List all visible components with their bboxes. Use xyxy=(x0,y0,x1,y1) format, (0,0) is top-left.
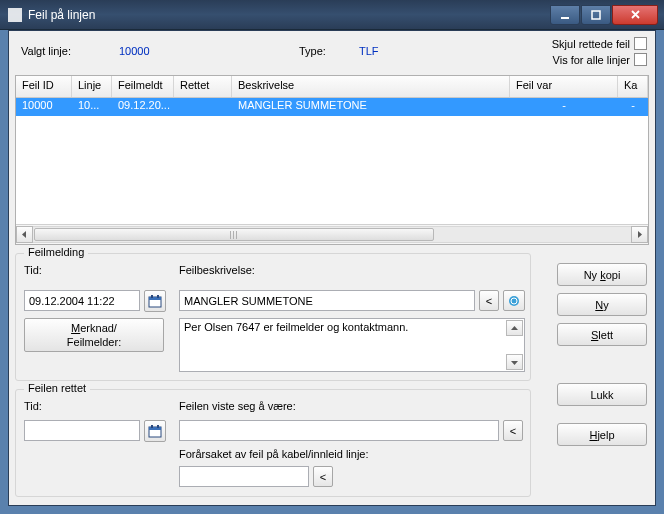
skjul-rettede-checkbox[interactable] xyxy=(634,37,647,50)
link-icon[interactable] xyxy=(503,290,525,311)
rettet-title: Feilen rettet xyxy=(24,382,90,394)
viste-input[interactable] xyxy=(179,420,499,441)
close-button[interactable] xyxy=(612,5,658,25)
scroll-track[interactable] xyxy=(33,226,631,243)
tid-label: Tid: xyxy=(24,264,42,276)
scroll-left-icon[interactable] xyxy=(16,226,33,243)
feil-grid: Feil ID Linje Feilmeldt Rettet Beskrivel… xyxy=(15,75,649,245)
grid-header: Feil ID Linje Feilmeldt Rettet Beskrivel… xyxy=(16,76,648,98)
merknad-l2: Feilmelder: xyxy=(67,336,121,348)
cell-rettet xyxy=(174,98,232,116)
valgt-linje-value: 10000 xyxy=(119,45,150,57)
app-icon xyxy=(8,8,22,22)
skjul-rettede-label: Skjul rettede feil xyxy=(552,38,630,50)
forarsaket-label: Forårsaket av feil på kabel/innleid linj… xyxy=(179,448,369,460)
merknad-text: Per Olsen 7647 er feilmelder og kontaktm… xyxy=(184,321,408,333)
window-title: Feil på linjen xyxy=(28,8,95,22)
svg-rect-1 xyxy=(592,11,600,19)
svg-rect-9 xyxy=(151,425,153,428)
viste-label: Feilen viste seg å være: xyxy=(179,400,296,412)
svg-rect-8 xyxy=(149,427,161,430)
cell-feilvar: - xyxy=(510,98,618,116)
lukk-button[interactable]: Lukk xyxy=(557,383,647,406)
feilbeskrivelse-label: Feilbeskrivelse: xyxy=(179,264,255,276)
info-row: Valgt linje: 10000 Type: TLF Skjul rette… xyxy=(9,31,655,75)
col-feil-id[interactable]: Feil ID xyxy=(16,76,72,97)
maximize-button[interactable] xyxy=(581,5,611,25)
calendar-icon[interactable] xyxy=(144,290,166,312)
col-beskrivelse[interactable]: Beskrivelse xyxy=(232,76,510,97)
merknad-scrollbar[interactable] xyxy=(506,320,523,370)
col-rettet[interactable]: Rettet xyxy=(174,76,232,97)
scroll-up-icon[interactable] xyxy=(506,320,523,336)
col-feilmeldt[interactable]: Feilmeldt xyxy=(112,76,174,97)
col-feilvar[interactable]: Feil var xyxy=(510,76,618,97)
valgt-linje-label: Valgt linje: xyxy=(21,45,71,57)
type-value: TLF xyxy=(359,45,379,57)
cell-linje: 10... xyxy=(72,98,112,116)
client-area: Valgt linje: 10000 Type: TLF Skjul rette… xyxy=(8,30,656,506)
cell-beskrivelse: MANGLER SUMMETONE xyxy=(232,98,510,116)
col-linje[interactable]: Linje xyxy=(72,76,112,97)
feilbeskrivelse-input[interactable] xyxy=(179,290,475,311)
vis-alle-checkbox[interactable] xyxy=(634,53,647,66)
svg-rect-0 xyxy=(561,17,569,19)
col-ka[interactable]: Ka xyxy=(618,76,648,97)
tid-input[interactable] xyxy=(24,290,140,311)
hjelp-button[interactable]: Hjelp xyxy=(557,423,647,446)
cell-feil-id: 10000 xyxy=(16,98,72,116)
cell-ka: - xyxy=(618,98,648,116)
svg-rect-10 xyxy=(157,425,159,428)
forarsaket-input[interactable] xyxy=(179,466,309,487)
scroll-thumb[interactable] xyxy=(34,228,434,241)
grid-hscrollbar[interactable] xyxy=(16,224,648,244)
viste-lookup-button[interactable]: < xyxy=(503,420,523,441)
titlebar: Feil på linjen xyxy=(0,0,664,30)
merknad-l1: M xyxy=(71,322,80,334)
scroll-down-icon[interactable] xyxy=(506,354,523,370)
cell-feilmeldt: 09.12.20... xyxy=(112,98,174,116)
svg-rect-4 xyxy=(151,295,153,298)
rettet-tid-label: Tid: xyxy=(24,400,42,412)
rettet-calendar-icon[interactable] xyxy=(144,420,166,442)
rettet-group: Feilen rettet Tid: Feilen viste seg å væ… xyxy=(15,389,531,497)
ny-button[interactable]: Ny xyxy=(557,293,647,316)
svg-rect-5 xyxy=(157,295,159,298)
table-row[interactable]: 10000 10... 09.12.20... MANGLER SUMMETON… xyxy=(16,98,648,116)
ny-kopi-button[interactable]: Ny kopi xyxy=(557,263,647,286)
slett-button[interactable]: Slett xyxy=(557,323,647,346)
vis-alle-label: Vis for alle linjer xyxy=(553,54,630,66)
beskrivelse-lookup-button[interactable]: < xyxy=(479,290,499,311)
feilmelding-title: Feilmelding xyxy=(24,246,88,258)
merknad-toggle-button[interactable]: Merknad/ Feilmelder: xyxy=(24,318,164,352)
forarsaket-lookup-button[interactable]: < xyxy=(313,466,333,487)
minimize-button[interactable] xyxy=(550,5,580,25)
rettet-tid-input[interactable] xyxy=(24,420,140,441)
feilmelding-group: Feilmelding Tid: Feilbeskrivelse: < Merk… xyxy=(15,253,531,381)
svg-rect-3 xyxy=(149,297,161,300)
merknad-textarea[interactable]: Per Olsen 7647 er feilmelder og kontaktm… xyxy=(179,318,525,372)
scroll-right-icon[interactable] xyxy=(631,226,648,243)
type-label: Type: xyxy=(299,45,326,57)
